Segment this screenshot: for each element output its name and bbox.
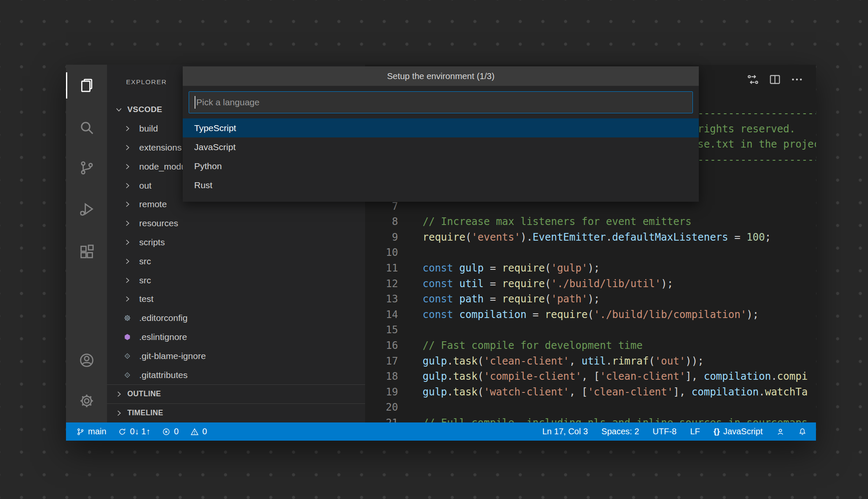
activity-item-extensions[interactable] — [66, 233, 107, 271]
error-icon — [162, 428, 170, 436]
errors-status[interactable]: 0 — [162, 427, 179, 436]
chevron-right-icon — [123, 200, 132, 208]
code-token: ( — [588, 309, 593, 321]
item-label: build — [139, 123, 158, 134]
code-token: 'clean-client' — [600, 370, 685, 382]
open-changes-button[interactable] — [745, 71, 761, 88]
activity-item-search[interactable] — [66, 109, 107, 147]
branch-status[interactable]: main — [76, 427, 106, 436]
code-text: // Increase max listeners for event emit… — [398, 214, 692, 230]
code-line[interactable]: 13const path = require('path'); — [365, 291, 816, 307]
encoding[interactable]: UTF-8 — [653, 427, 677, 436]
code-token: ( — [478, 370, 483, 382]
code-line[interactable]: 18gulp.task('compile-client', ['clean-cl… — [365, 369, 816, 384]
code-text — [398, 245, 423, 260]
code-token: require — [545, 309, 588, 321]
code-token: ); — [747, 309, 759, 321]
code-token: ( — [545, 262, 551, 274]
option-rust[interactable]: Rust — [183, 175, 699, 195]
code-token: defaultMaxListeners — [612, 231, 728, 243]
item-label: scripts — [139, 237, 165, 247]
code-token: gulp — [423, 370, 447, 382]
code-line[interactable]: 8// Increase max listeners for event emi… — [365, 214, 816, 230]
code-token: 'path' — [551, 293, 588, 305]
code-line[interactable]: 16// Fast compile for development time — [365, 338, 816, 354]
activity-item-source-control[interactable] — [66, 149, 107, 187]
code-token: = — [484, 278, 502, 290]
cursor-position[interactable]: Ln 17, Col 3 — [542, 427, 588, 436]
code-line[interactable]: 21// Full compile, including nls and inl… — [365, 415, 816, 422]
chevron-right-icon — [123, 181, 132, 190]
option-javascript[interactable]: JavaScript — [183, 137, 699, 156]
split-editor-button[interactable] — [767, 71, 783, 88]
code-token: // Full compile, including nls and inlin… — [423, 417, 808, 422]
code-token: , [ — [582, 370, 600, 382]
language-input[interactable] — [189, 91, 693, 113]
indentation[interactable]: Spaces: 2 — [602, 427, 639, 436]
open-changes-icon — [746, 73, 760, 86]
eol[interactable]: LF — [690, 427, 700, 436]
code-token: ( — [545, 278, 551, 290]
code-line[interactable]: 14const compilation = require('./build/l… — [365, 307, 816, 323]
code-token: 'watch-client' — [484, 386, 569, 398]
code-token: . — [771, 370, 777, 382]
more-actions-button[interactable] — [789, 71, 805, 88]
chevron-down-icon — [115, 105, 123, 114]
tree-item-resources[interactable]: resources — [107, 214, 365, 233]
warnings-status[interactable]: 0 — [190, 427, 207, 436]
activity-item-run-debug[interactable] — [66, 190, 107, 228]
quick-pick-input-row — [189, 91, 693, 113]
tree-item-editorconfig[interactable]: .editorconfig — [107, 309, 365, 328]
source-control-icon — [78, 159, 95, 176]
item-label: TIMELINE — [127, 409, 163, 417]
code-token: task — [453, 355, 478, 367]
activity-item-settings[interactable] — [66, 382, 107, 420]
tree-item-scripts[interactable]: scripts — [107, 233, 365, 252]
tree-item-git-blame-ignore[interactable]: .git-blame-ignore — [107, 346, 365, 365]
code-line[interactable]: 20 — [365, 400, 816, 415]
tree-item-src[interactable]: src — [107, 252, 365, 271]
notifications[interactable] — [798, 428, 807, 436]
code-line[interactable]: 10 — [365, 245, 816, 260]
tree-item-src[interactable]: src — [107, 271, 365, 290]
code-token: )); — [685, 355, 703, 367]
code-token: . — [606, 231, 612, 243]
code-token: compilation — [459, 309, 527, 321]
status-bar: main0↓ 1↑00 Ln 17, Col 3Spaces: 2UTF-8LF… — [66, 422, 816, 441]
code-line[interactable]: 12const util = require('./build/lib/util… — [365, 276, 816, 292]
item-label: OUTLINE — [127, 389, 161, 398]
section-outline[interactable]: OUTLINE — [107, 384, 365, 403]
activity-item-explorer[interactable] — [66, 66, 107, 104]
code-token: . — [447, 386, 453, 398]
code-line[interactable]: 9require('events').EventEmitter.defaultM… — [365, 230, 816, 245]
code-token: . — [606, 355, 612, 367]
tree-item-test[interactable]: test — [107, 290, 365, 309]
code-token: ); — [588, 293, 600, 305]
code-token: // Fast compile for development time — [423, 340, 643, 351]
code-token: ( — [649, 355, 655, 367]
code-token: ( — [465, 231, 471, 243]
code-token: gulp — [459, 262, 484, 274]
section-timeline[interactable]: TIMELINE — [107, 403, 365, 422]
sync-status[interactable]: 0↓ 1↑ — [118, 427, 150, 436]
status-label: UTF-8 — [653, 427, 677, 436]
code-line[interactable]: 15 — [365, 322, 816, 338]
code-token: 'gulp' — [551, 262, 588, 274]
code-line[interactable]: 17gulp.task('clean-client', util.rimraf(… — [365, 354, 816, 369]
tree-item-eslintignore[interactable]: .eslintignore — [107, 328, 365, 347]
editor-toolbar — [745, 71, 805, 88]
option-typescript[interactable]: TypeScript — [183, 118, 699, 137]
language-mode[interactable]: {}JavaScript — [714, 427, 763, 436]
chevron-right-icon — [123, 124, 132, 133]
chevron-right-icon — [123, 257, 132, 266]
tree-item-gitattributes[interactable]: .gitattributes — [107, 365, 365, 384]
code-token: , [ — [569, 386, 588, 398]
option-python[interactable]: Python — [183, 156, 699, 175]
code-line[interactable]: 19gulp.task('watch-client', ['clean-clie… — [365, 384, 816, 400]
code-token: compilation — [704, 370, 771, 382]
ellipsis-icon — [790, 73, 804, 86]
activity-item-accounts[interactable] — [66, 341, 107, 379]
explorer-title: EXPLORER — [126, 78, 167, 86]
code-line[interactable]: 11const gulp = require('gulp'); — [365, 260, 816, 276]
feedback[interactable] — [776, 428, 785, 436]
